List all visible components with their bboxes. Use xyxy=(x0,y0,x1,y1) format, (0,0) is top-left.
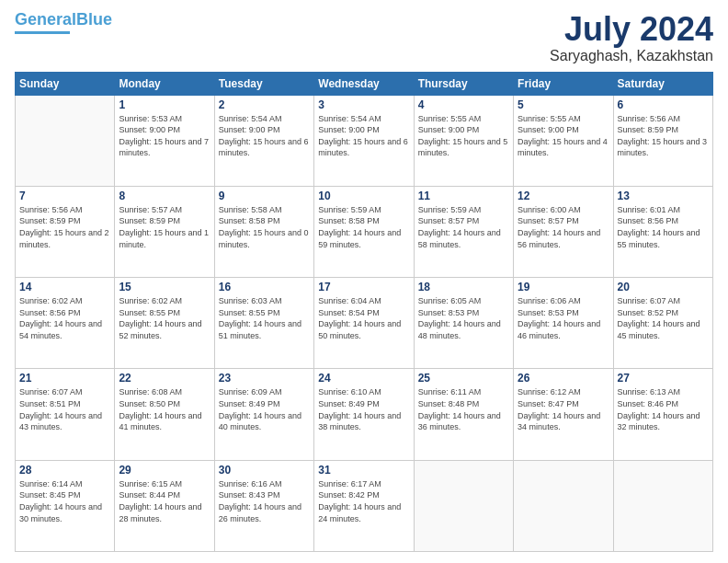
day-number: 6 xyxy=(618,98,709,111)
day-number: 12 xyxy=(518,190,609,202)
location: Saryaghash, Kazakhstan xyxy=(550,48,713,64)
col-tuesday: Tuesday xyxy=(214,72,313,95)
day-info: Sunrise: 6:01 AMSunset: 8:56 PMDaylight:… xyxy=(618,204,709,250)
day-info: Sunrise: 6:02 AMSunset: 8:55 PMDaylight:… xyxy=(119,295,210,341)
day-info: Sunrise: 5:59 AMSunset: 8:57 PMDaylight:… xyxy=(418,204,509,250)
table-cell: 10Sunrise: 5:59 AMSunset: 8:58 PMDayligh… xyxy=(314,186,414,277)
day-info: Sunrise: 6:00 AMSunset: 8:57 PMDaylight:… xyxy=(518,204,609,250)
day-number: 26 xyxy=(518,372,609,385)
table-cell xyxy=(16,95,115,186)
day-info: Sunrise: 5:59 AMSunset: 8:58 PMDaylight:… xyxy=(318,204,409,250)
day-number: 17 xyxy=(318,281,409,293)
day-number: 18 xyxy=(418,281,509,293)
header: GeneralBlue July 2024 Saryaghash, Kazakh… xyxy=(15,11,713,64)
day-number: 13 xyxy=(618,190,709,202)
col-saturday: Saturday xyxy=(613,72,712,95)
col-wednesday: Wednesday xyxy=(314,72,414,95)
day-info: Sunrise: 5:56 AMSunset: 8:59 PMDaylight:… xyxy=(618,113,709,159)
table-cell: 17Sunrise: 6:04 AMSunset: 8:54 PMDayligh… xyxy=(314,278,414,369)
week-row-3: 14Sunrise: 6:02 AMSunset: 8:56 PMDayligh… xyxy=(16,278,713,369)
table-cell xyxy=(514,460,613,551)
day-number: 19 xyxy=(518,281,609,293)
week-row-4: 21Sunrise: 6:07 AMSunset: 8:51 PMDayligh… xyxy=(16,369,713,460)
day-info: Sunrise: 6:03 AMSunset: 8:55 PMDaylight:… xyxy=(219,295,310,341)
day-info: Sunrise: 5:54 AMSunset: 9:00 PMDaylight:… xyxy=(219,113,310,159)
day-number: 22 xyxy=(119,372,210,385)
col-sunday: Sunday xyxy=(16,72,115,95)
day-number: 5 xyxy=(518,98,609,111)
table-cell: 22Sunrise: 6:08 AMSunset: 8:50 PMDayligh… xyxy=(115,369,214,460)
day-number: 3 xyxy=(318,98,409,111)
page: GeneralBlue July 2024 Saryaghash, Kazakh… xyxy=(0,0,728,563)
calendar-header-row: Sunday Monday Tuesday Wednesday Thursday… xyxy=(16,72,713,95)
table-cell: 23Sunrise: 6:09 AMSunset: 8:49 PMDayligh… xyxy=(214,369,313,460)
day-info: Sunrise: 6:07 AMSunset: 8:51 PMDaylight:… xyxy=(19,386,110,432)
table-cell xyxy=(613,460,712,551)
table-cell: 5Sunrise: 5:55 AMSunset: 9:00 PMDaylight… xyxy=(514,95,613,186)
day-number: 8 xyxy=(119,190,210,202)
day-number: 24 xyxy=(318,372,409,385)
day-info: Sunrise: 6:09 AMSunset: 8:49 PMDaylight:… xyxy=(219,386,310,432)
day-info: Sunrise: 6:04 AMSunset: 8:54 PMDaylight:… xyxy=(318,295,409,341)
table-cell: 1Sunrise: 5:53 AMSunset: 9:00 PMDaylight… xyxy=(115,95,214,186)
day-number: 31 xyxy=(318,464,409,477)
title-block: July 2024 Saryaghash, Kazakhstan xyxy=(550,11,713,64)
day-info: Sunrise: 5:57 AMSunset: 8:59 PMDaylight:… xyxy=(119,204,210,250)
table-cell: 18Sunrise: 6:05 AMSunset: 8:53 PMDayligh… xyxy=(414,278,513,369)
day-info: Sunrise: 6:10 AMSunset: 8:49 PMDaylight:… xyxy=(318,386,409,432)
table-cell: 16Sunrise: 6:03 AMSunset: 8:55 PMDayligh… xyxy=(214,278,313,369)
table-cell: 31Sunrise: 6:17 AMSunset: 8:42 PMDayligh… xyxy=(314,460,414,551)
table-cell: 15Sunrise: 6:02 AMSunset: 8:55 PMDayligh… xyxy=(115,278,214,369)
table-cell: 3Sunrise: 5:54 AMSunset: 9:00 PMDaylight… xyxy=(314,95,414,186)
week-row-5: 28Sunrise: 6:14 AMSunset: 8:45 PMDayligh… xyxy=(16,460,713,551)
day-info: Sunrise: 6:16 AMSunset: 8:43 PMDaylight:… xyxy=(219,478,310,524)
day-number: 28 xyxy=(19,464,110,477)
day-info: Sunrise: 6:13 AMSunset: 8:46 PMDaylight:… xyxy=(618,386,709,432)
day-number: 21 xyxy=(19,372,110,385)
day-info: Sunrise: 6:07 AMSunset: 8:52 PMDaylight:… xyxy=(618,295,709,341)
week-row-1: 1Sunrise: 5:53 AMSunset: 9:00 PMDaylight… xyxy=(16,95,713,186)
week-row-2: 7Sunrise: 5:56 AMSunset: 8:59 PMDaylight… xyxy=(16,186,713,277)
table-cell: 30Sunrise: 6:16 AMSunset: 8:43 PMDayligh… xyxy=(214,460,313,551)
day-number: 14 xyxy=(19,281,110,293)
day-info: Sunrise: 5:54 AMSunset: 9:00 PMDaylight:… xyxy=(318,113,409,159)
table-cell: 9Sunrise: 5:58 AMSunset: 8:58 PMDaylight… xyxy=(214,186,313,277)
day-number: 10 xyxy=(318,190,409,202)
table-cell: 4Sunrise: 5:55 AMSunset: 9:00 PMDaylight… xyxy=(414,95,513,186)
day-number: 1 xyxy=(119,98,210,111)
day-info: Sunrise: 6:02 AMSunset: 8:56 PMDaylight:… xyxy=(19,295,110,341)
table-cell: 29Sunrise: 6:15 AMSunset: 8:44 PMDayligh… xyxy=(115,460,214,551)
day-info: Sunrise: 5:53 AMSunset: 9:00 PMDaylight:… xyxy=(119,113,210,159)
table-cell: 7Sunrise: 5:56 AMSunset: 8:59 PMDaylight… xyxy=(16,186,115,277)
table-cell: 20Sunrise: 6:07 AMSunset: 8:52 PMDayligh… xyxy=(613,278,712,369)
col-monday: Monday xyxy=(115,72,214,95)
table-cell: 11Sunrise: 5:59 AMSunset: 8:57 PMDayligh… xyxy=(414,186,513,277)
col-thursday: Thursday xyxy=(414,72,513,95)
day-info: Sunrise: 6:15 AMSunset: 8:44 PMDaylight:… xyxy=(119,478,210,524)
day-number: 27 xyxy=(618,372,709,385)
table-cell: 21Sunrise: 6:07 AMSunset: 8:51 PMDayligh… xyxy=(16,369,115,460)
table-cell: 13Sunrise: 6:01 AMSunset: 8:56 PMDayligh… xyxy=(613,186,712,277)
day-number: 15 xyxy=(119,281,210,293)
table-cell: 2Sunrise: 5:54 AMSunset: 9:00 PMDaylight… xyxy=(214,95,313,186)
day-info: Sunrise: 6:08 AMSunset: 8:50 PMDaylight:… xyxy=(119,386,210,432)
table-cell: 12Sunrise: 6:00 AMSunset: 8:57 PMDayligh… xyxy=(514,186,613,277)
day-info: Sunrise: 5:56 AMSunset: 8:59 PMDaylight:… xyxy=(19,204,110,250)
table-cell xyxy=(414,460,513,551)
day-number: 16 xyxy=(219,281,310,293)
day-number: 25 xyxy=(418,372,509,385)
day-info: Sunrise: 6:12 AMSunset: 8:47 PMDaylight:… xyxy=(518,386,609,432)
table-cell: 14Sunrise: 6:02 AMSunset: 8:56 PMDayligh… xyxy=(16,278,115,369)
day-info: Sunrise: 6:17 AMSunset: 8:42 PMDaylight:… xyxy=(318,478,409,524)
logo-text: GeneralBlue xyxy=(15,11,112,29)
calendar-table: Sunday Monday Tuesday Wednesday Thursday… xyxy=(15,72,713,552)
col-friday: Friday xyxy=(514,72,613,95)
table-cell: 24Sunrise: 6:10 AMSunset: 8:49 PMDayligh… xyxy=(314,369,414,460)
day-info: Sunrise: 5:55 AMSunset: 9:00 PMDaylight:… xyxy=(518,113,609,159)
day-number: 23 xyxy=(219,372,310,385)
day-number: 29 xyxy=(119,464,210,477)
day-info: Sunrise: 6:06 AMSunset: 8:53 PMDaylight:… xyxy=(518,295,609,341)
day-number: 4 xyxy=(418,98,509,111)
month-year: July 2024 xyxy=(550,11,713,48)
day-info: Sunrise: 6:05 AMSunset: 8:53 PMDaylight:… xyxy=(418,295,509,341)
